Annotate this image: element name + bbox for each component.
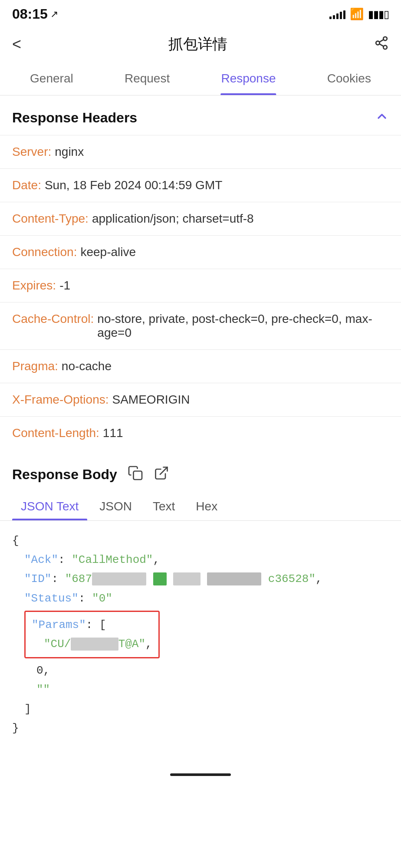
location-arrow-icon: ↗ [50,9,58,20]
header-row-connection: Connection: keep-alive [0,235,401,269]
header-key-expires: Expires: [12,279,56,293]
body-format-tabs: JSON Text JSON Text Hex [0,493,401,521]
json-status-line: "Status": "0" [12,589,389,608]
response-headers-title: Response Headers [12,110,137,126]
header-value-cache-control: no-store, private, post-check=0, pre-che… [97,312,389,340]
status-time: 08:15 ↗ [12,6,58,22]
json-params-block: "Params": [ "CU/xxxxxxxT@A", [12,611,389,658]
response-body-title: Response Body [12,467,117,483]
header-value-content-type: application/json; charset=utf-8 [92,212,389,226]
time-display: 08:15 [12,6,48,22]
tab-general[interactable]: General [18,62,85,95]
tab-json-text[interactable]: JSON Text [12,493,87,520]
header-row-cache-control: Cache-Control: no-store, private, post-c… [0,302,401,349]
header-key-server: Server: [12,145,51,159]
wifi-icon: 📶 [350,7,364,21]
home-indicator [170,773,231,776]
json-close-brace: } [12,719,389,738]
header-value-date: Sun, 18 Feb 2024 00:14:59 GMT [45,178,389,192]
header-value-pragma: no-cache [62,359,389,373]
share-button[interactable] [374,36,389,53]
main-tabs: General Request Response Cookies [0,62,401,95]
svg-line-3 [379,44,384,46]
header-row-pragma: Pragma: no-cache [0,349,401,383]
json-ack-line: "Ack": "CallMethod", [12,550,389,569]
json-params-value-line: "CU/xxxxxxxT@A", [32,635,152,654]
svg-rect-5 [133,471,142,480]
header-value-server: nginx [55,145,389,159]
tab-cookies[interactable]: Cookies [315,62,383,95]
json-id-line: "ID": "687xxxxxxxx xx xxxx xxxxxxxx c365… [12,569,389,589]
nav-header: < 抓包详情 [0,26,401,62]
tab-response[interactable]: Response [209,62,288,95]
tab-json[interactable]: JSON [91,493,141,520]
json-content: { "Ack": "CallMethod", "ID": "687xxxxxxx… [0,521,401,748]
json-close-array: ] [12,700,389,719]
json-open-brace: { [12,531,389,550]
json-params-key-line: "Params": [ [32,615,152,635]
back-button[interactable]: < [12,35,21,53]
svg-line-6 [160,467,168,475]
json-params-empty-string: "" [12,680,389,699]
tab-request[interactable]: Request [112,62,182,95]
header-row-date: Date: Sun, 18 Feb 2024 00:14:59 GMT [0,168,401,202]
header-key-connection: Connection: [12,245,77,259]
svg-line-4 [379,39,384,42]
external-link-button[interactable] [154,465,169,484]
header-value-x-frame-options: SAMEORIGIN [112,393,389,407]
header-row-server: Server: nginx [0,135,401,168]
page-title: 抓包详情 [168,34,227,54]
header-row-content-length: Content-Length: 111 [0,416,401,450]
header-value-content-length: 111 [103,426,389,440]
copy-button[interactable] [128,465,143,484]
response-headers-section-header: Response Headers [0,95,401,135]
header-value-connection: keep-alive [80,245,389,259]
header-row-content-type: Content-Type: application/json; charset=… [0,202,401,235]
header-key-date: Date: [12,178,41,192]
battery-icon: ▮▮▮▯ [368,8,389,20]
content-area: Response Headers Server: nginx Date: Sun… [0,95,401,748]
header-key-cache-control: Cache-Control: [12,312,94,326]
header-key-content-type: Content-Type: [12,212,89,226]
header-key-pragma: Pragma: [12,359,58,373]
header-key-content-length: Content-Length: [12,426,99,440]
header-row-x-frame-options: X-Frame-Options: SAMEORIGIN [0,383,401,416]
tab-hex[interactable]: Hex [187,493,226,520]
header-value-expires: -1 [59,279,389,293]
header-row-expires: Expires: -1 [0,269,401,302]
header-key-x-frame-options: X-Frame-Options: [12,393,109,407]
json-params-number: 0, [12,661,389,680]
signal-icon [329,10,345,19]
status-icons: 📶 ▮▮▮▯ [329,7,389,21]
tab-text[interactable]: Text [144,493,184,520]
response-body-header: Response Body [0,450,401,493]
chevron-up-icon[interactable] [375,109,389,126]
status-bar: 08:15 ↗ 📶 ▮▮▮▯ [0,0,401,26]
